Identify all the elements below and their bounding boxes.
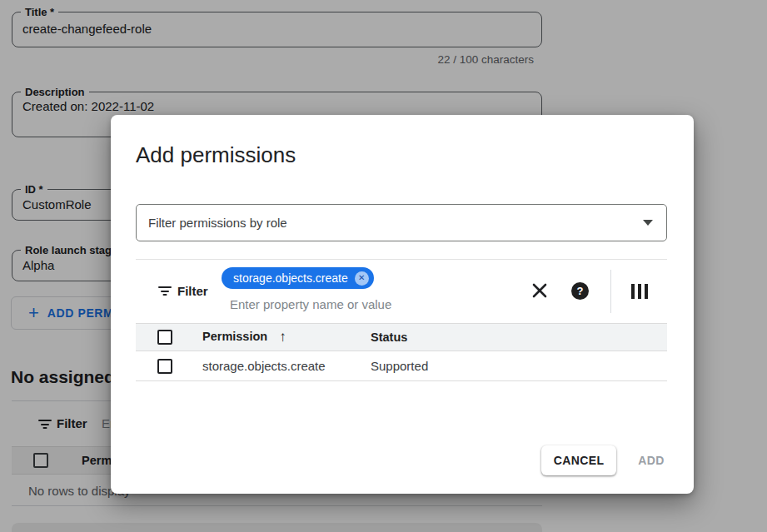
column-header-permission[interactable]: Permission↑: [202, 329, 286, 346]
filter-chip[interactable]: storage.objects.create ✕: [222, 267, 374, 289]
row-permission: storage.objects.create: [202, 359, 326, 373]
permissions-table: Permission↑ Status storage.objects.creat…: [136, 323, 667, 381]
role-select-placeholder: Filter permissions by role: [148, 216, 643, 230]
add-permissions-dialog: Add permissions Filter permissions by ro…: [111, 115, 694, 494]
filter-permissions-by-role-select[interactable]: Filter permissions by role: [136, 204, 667, 241]
sort-ascending-icon[interactable]: ↑: [279, 329, 286, 345]
filter-icon: [158, 286, 172, 296]
select-all-checkbox[interactable]: [157, 330, 172, 345]
filter-chip-label: storage.objects.create: [233, 271, 348, 285]
column-header-status[interactable]: Status: [371, 331, 407, 344]
modal-filter-input[interactable]: Enter property name or value: [230, 297, 391, 311]
dialog-title: Add permissions: [136, 142, 296, 168]
add-button[interactable]: ADD: [624, 445, 679, 475]
columns-icon[interactable]: [629, 284, 650, 299]
help-icon[interactable]: ?: [571, 282, 589, 300]
row-checkbox[interactable]: [157, 359, 172, 374]
permissions-table-header: Permission↑ Status: [136, 323, 667, 351]
clear-filters-icon[interactable]: [530, 281, 549, 300]
chevron-down-icon: [643, 220, 653, 226]
table-row[interactable]: storage.objects.create Supported: [136, 351, 667, 381]
row-status: Supported: [371, 359, 428, 373]
chip-remove-icon[interactable]: ✕: [355, 271, 369, 286]
toolbar-vertical-divider: [610, 270, 611, 313]
modal-filter-label[interactable]: Filter: [177, 284, 208, 298]
column-permission-label: Permission: [202, 330, 267, 343]
cancel-button[interactable]: CANCEL: [541, 445, 616, 475]
toolbar-divider: [136, 259, 667, 260]
